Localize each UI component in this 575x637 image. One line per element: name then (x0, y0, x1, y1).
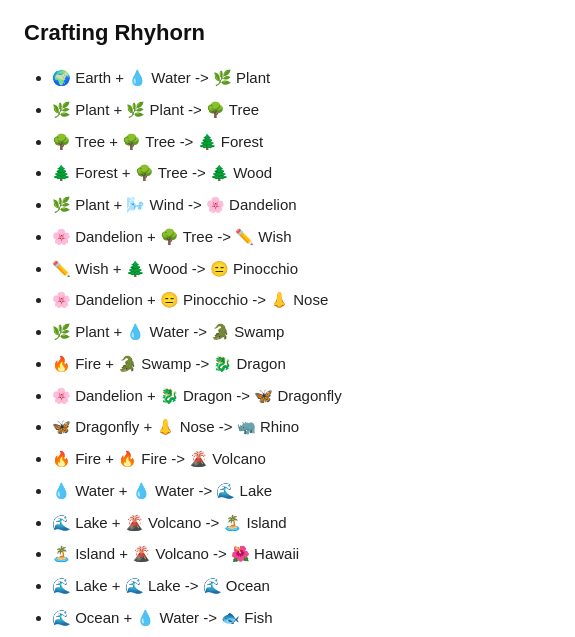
list-item: 🌊 Lake + 🌋 Volcano -> 🏝️ Island (52, 507, 551, 539)
list-item: 🌲 Forest + 🌳 Tree -> 🌲 Wood (52, 157, 551, 189)
list-item: 💧 Water + 💧 Water -> 🌊 Lake (52, 475, 551, 507)
list-item: 🌳 Tree + 🌳 Tree -> 🌲 Forest (52, 126, 551, 158)
list-item: 🌸 Dandelion + 🐉 Dragon -> 🦋 Dragonfly (52, 380, 551, 412)
list-item: 🌿 Plant + 🌿 Plant -> 🌳 Tree (52, 94, 551, 126)
list-item: 🌊 Lake + 🌊 Lake -> 🌊 Ocean (52, 570, 551, 602)
list-item: ✏️ Wish + 🌲 Wood -> 😑 Pinocchio (52, 253, 551, 285)
list-item: 🌿 Plant + 💧 Water -> 🐊 Swamp (52, 316, 551, 348)
list-item: 🌿 Plant + 🌬️ Wind -> 🌸 Dandelion (52, 189, 551, 221)
list-item: 🌸 Dandelion + 😑 Pinocchio -> 👃 Nose (52, 284, 551, 316)
list-item: 🦋 Dragonfly + 👃 Nose -> 🦏 Rhino (52, 411, 551, 443)
list-item: 🔥 Fire + 🐊 Swamp -> 🐉 Dragon (52, 348, 551, 380)
recipe-list: 🌍 Earth + 💧 Water -> 🌿 Plant🌿 Plant + 🌿 … (24, 62, 551, 634)
list-item: 🌊 Ocean + 💧 Water -> 🐟 Fish (52, 602, 551, 634)
list-item: 🔥 Fire + 🔥 Fire -> 🌋 Volcano (52, 443, 551, 475)
page-title: Crafting Rhyhorn (24, 20, 551, 46)
list-item: 🌸 Dandelion + 🌳 Tree -> ✏️ Wish (52, 221, 551, 253)
list-item: 🌍 Earth + 💧 Water -> 🌿 Plant (52, 62, 551, 94)
list-item: 🏝️ Island + 🌋 Volcano -> 🌺 Hawaii (52, 538, 551, 570)
